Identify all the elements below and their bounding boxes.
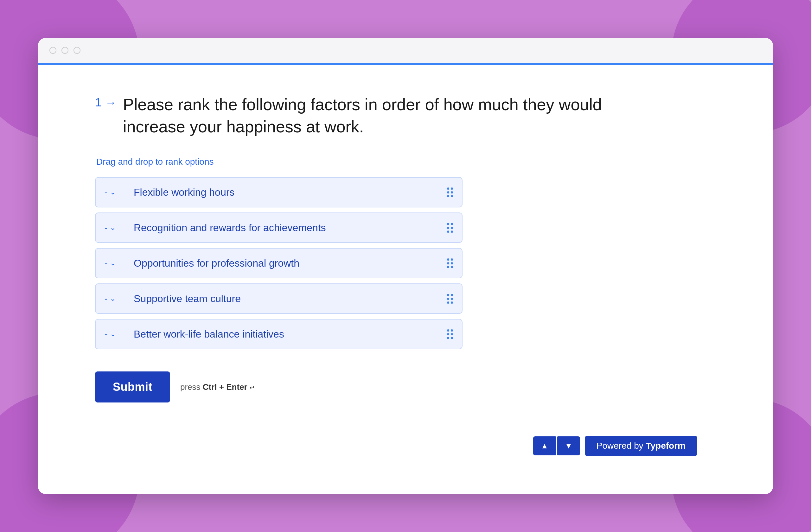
drag-handle-dot bbox=[451, 259, 453, 261]
window-dot-3 bbox=[74, 47, 80, 54]
drag-handle-dot bbox=[447, 329, 449, 331]
nav-down-button[interactable]: ▼ bbox=[557, 436, 580, 455]
rank-selector[interactable]: -⌄ bbox=[105, 187, 126, 197]
rank-dash-icon: - bbox=[105, 329, 107, 339]
rank-chevron-icon: ⌄ bbox=[110, 188, 116, 196]
drag-handle-dot bbox=[447, 262, 449, 264]
question-num-text: 1 bbox=[95, 96, 102, 109]
window-dot-1 bbox=[49, 47, 56, 54]
window-controls bbox=[49, 47, 80, 54]
title-bar bbox=[38, 38, 773, 63]
rank-item-label: Opportunities for professional growth bbox=[134, 257, 442, 269]
drag-handle-dot bbox=[447, 294, 449, 296]
drag-handle-dot bbox=[447, 259, 449, 261]
drag-handle-dot bbox=[451, 298, 453, 300]
rank-dash-icon: - bbox=[105, 223, 107, 233]
drag-handle-dot bbox=[451, 329, 453, 331]
rank-item-label: Better work-life balance initiatives bbox=[134, 328, 442, 340]
window-dot-2 bbox=[61, 47, 68, 54]
question-number: 1 → bbox=[95, 96, 117, 109]
drag-handle-dot bbox=[447, 231, 449, 233]
main-content: 1 → Please rank the following factors in… bbox=[38, 65, 773, 494]
drag-handle-dot bbox=[451, 294, 453, 296]
browser-window: 1 → Please rank the following factors in… bbox=[38, 38, 773, 494]
drag-handle-dot bbox=[447, 266, 449, 268]
drag-handle-dot bbox=[451, 333, 453, 335]
rank-dash-icon: - bbox=[105, 187, 107, 197]
drag-handle-dot bbox=[451, 337, 453, 339]
rank-chevron-icon: ⌄ bbox=[110, 295, 116, 303]
powered-by-prefix: Powered by bbox=[597, 441, 646, 451]
drag-handle-dot bbox=[447, 298, 449, 300]
drag-handle-dot bbox=[447, 333, 449, 335]
drag-handle-icon bbox=[447, 187, 453, 197]
rank-dash-icon: - bbox=[105, 258, 107, 268]
drag-instruction: Drag and drop to rank options bbox=[96, 157, 716, 167]
rank-selector[interactable]: -⌄ bbox=[105, 258, 126, 268]
rank-item-label: Recognition and rewards for achievements bbox=[134, 222, 442, 234]
rank-selector[interactable]: -⌄ bbox=[105, 223, 126, 233]
question-text: Please rank the following factors in ord… bbox=[123, 93, 630, 138]
submit-hint: press Ctrl + Enter ↵ bbox=[180, 382, 255, 392]
submit-section: Submit press Ctrl + Enter ↵ bbox=[95, 372, 716, 403]
rank-chevron-icon: ⌄ bbox=[110, 259, 116, 267]
drag-handle-dot bbox=[447, 301, 449, 304]
rank-item[interactable]: -⌄Recognition and rewards for achievemen… bbox=[95, 213, 462, 243]
rank-item[interactable]: -⌄Flexible working hours bbox=[95, 177, 462, 207]
drag-handle-dot bbox=[451, 262, 453, 264]
drag-handle-icon bbox=[447, 294, 453, 304]
drag-handle-dot bbox=[451, 195, 453, 197]
drag-handle-icon bbox=[447, 223, 453, 233]
powered-by-brand: Typeform bbox=[646, 441, 686, 451]
enter-symbol-icon: ↵ bbox=[250, 384, 255, 391]
rank-dash-icon: - bbox=[105, 294, 107, 304]
drag-handle-dot bbox=[451, 231, 453, 233]
submit-hint-keys: Ctrl + Enter bbox=[203, 382, 247, 392]
submit-button[interactable]: Submit bbox=[95, 372, 170, 403]
footer-nav: ▲ ▼ Powered by Typeform bbox=[95, 436, 716, 475]
rank-selector[interactable]: -⌄ bbox=[105, 294, 126, 304]
submit-hint-prefix: press bbox=[180, 382, 203, 392]
rank-item[interactable]: -⌄Supportive team culture bbox=[95, 283, 462, 314]
nav-up-button[interactable]: ▲ bbox=[533, 436, 556, 455]
powered-by-button[interactable]: Powered by Typeform bbox=[585, 436, 697, 456]
drag-handle-dot bbox=[451, 266, 453, 268]
nav-btn-group: ▲ ▼ bbox=[533, 436, 580, 455]
drag-handle-icon bbox=[447, 329, 453, 339]
drag-handle-dot bbox=[447, 191, 449, 193]
drag-handle-dot bbox=[447, 223, 449, 225]
rank-chevron-icon: ⌄ bbox=[110, 223, 116, 232]
rank-item-label: Flexible working hours bbox=[134, 187, 442, 198]
rank-item[interactable]: -⌄Better work-life balance initiatives bbox=[95, 319, 462, 349]
drag-handle-dot bbox=[451, 301, 453, 304]
rank-item[interactable]: -⌄Opportunities for professional growth bbox=[95, 248, 462, 278]
drag-handle-dot bbox=[451, 227, 453, 229]
drag-handle-dot bbox=[447, 187, 449, 190]
drag-handle-dot bbox=[447, 195, 449, 197]
question-arrow-icon: → bbox=[105, 96, 117, 109]
drag-handle-dot bbox=[451, 223, 453, 225]
rank-list: -⌄Flexible working hours-⌄Recognition an… bbox=[95, 177, 462, 349]
drag-handle-dot bbox=[451, 191, 453, 193]
drag-handle-icon bbox=[447, 259, 453, 268]
rank-selector[interactable]: -⌄ bbox=[105, 329, 126, 339]
rank-chevron-icon: ⌄ bbox=[110, 330, 116, 338]
rank-item-label: Supportive team culture bbox=[134, 293, 442, 304]
drag-handle-dot bbox=[447, 337, 449, 339]
drag-handle-dot bbox=[447, 227, 449, 229]
drag-handle-dot bbox=[451, 187, 453, 190]
question-header: 1 → Please rank the following factors in… bbox=[95, 93, 716, 138]
